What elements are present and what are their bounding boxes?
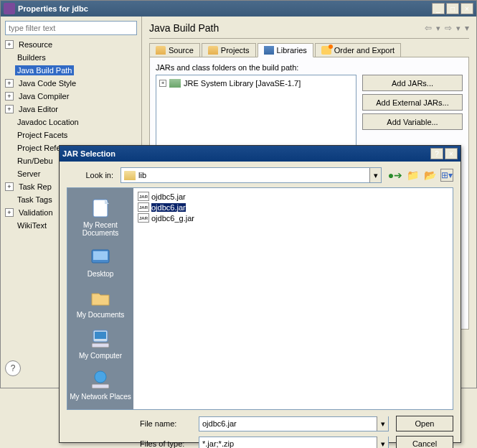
back-icon[interactable]: ●➔	[389, 169, 402, 182]
file-item[interactable]: JARojdbc6_g.jar	[136, 213, 450, 223]
tree-tasktags[interactable]: Task Tags	[15, 195, 55, 205]
filename-input[interactable]: ojdbc6.jar ▾	[199, 416, 389, 431]
order-icon	[321, 46, 331, 55]
menu-arrow-icon[interactable]: ▾	[465, 23, 469, 33]
jar-icon: JAR	[138, 202, 149, 212]
tab-order[interactable]: Order and Export	[315, 43, 401, 57]
tree-build-path[interactable]: Java Build Path	[15, 65, 74, 75]
minimize-button[interactable]: _	[432, 3, 445, 14]
svg-rect-2	[93, 251, 108, 260]
place-desktop[interactable]: Desktop	[67, 241, 133, 282]
filetype-label: Files of type:	[140, 439, 192, 448]
my-documents-icon	[89, 286, 112, 309]
forward-arrow-icon[interactable]: ⇨	[445, 23, 452, 33]
recent-documents-icon	[89, 197, 112, 220]
help-button[interactable]: ?	[5, 360, 21, 376]
tab-source[interactable]: Source	[149, 43, 200, 57]
view-menu-icon[interactable]: ⊞▾	[440, 169, 453, 182]
dialog-title: JAR Selection	[62, 149, 430, 158]
tree-javadoc[interactable]: Javadoc Location	[15, 117, 81, 127]
add-jars-button[interactable]: Add JARs...	[362, 75, 463, 91]
jar-icon: JAR	[138, 192, 149, 201]
tree-server[interactable]: Server	[15, 169, 42, 179]
jars-label: JARs and class folders on the build path…	[156, 63, 463, 72]
lookin-label: Look in:	[67, 171, 113, 179]
my-computer-icon	[89, 327, 112, 350]
svg-rect-5	[92, 343, 109, 347]
places-bar: My Recent Documents Desktop My Documents…	[67, 188, 133, 409]
window-title: Properties for jdbc	[18, 4, 432, 13]
filter-input[interactable]	[5, 21, 137, 35]
lookin-value: lib	[138, 171, 146, 179]
folder-icon	[156, 46, 166, 55]
desktop-icon	[89, 246, 112, 269]
tree-resource[interactable]: Resource	[16, 39, 55, 50]
file-item-selected[interactable]: JARojdbc6.jar	[136, 202, 450, 213]
network-places-icon	[89, 368, 112, 391]
file-item[interactable]: JARojdbc5.jar	[136, 191, 450, 202]
tree-builders[interactable]: Builders	[15, 52, 48, 62]
back-arrow-icon[interactable]: ⇦	[425, 23, 432, 33]
jre-label: JRE System Library [JavaSE-1.7]	[184, 79, 301, 88]
tree-rundebug[interactable]: Run/Debu	[15, 156, 55, 166]
tree-compiler[interactable]: Java Compiler	[16, 91, 71, 101]
main-titlebar[interactable]: Properties for jdbc _ □ ×	[1, 1, 476, 17]
library-row[interactable]: + JRE System Library [JavaSE-1.7]	[159, 78, 353, 88]
svg-rect-7	[92, 384, 109, 388]
place-network[interactable]: My Network Places	[67, 364, 133, 405]
expand-icon[interactable]: +	[5, 79, 14, 88]
dialog-titlebar[interactable]: JAR Selection ? ×	[60, 146, 461, 162]
up-folder-icon[interactable]: 📁	[406, 169, 419, 182]
tree-validation[interactable]: Validation	[16, 207, 55, 218]
help-button[interactable]: ?	[430, 148, 443, 159]
close-button[interactable]: ×	[445, 148, 458, 159]
tree-taskrepo[interactable]: Task Rep	[16, 182, 54, 192]
tabs: Source Projects Libraries Order and Expo…	[149, 43, 469, 57]
lookin-dropdown[interactable]: lib ▾	[121, 167, 382, 183]
chevron-down-icon[interactable]: ▾	[377, 437, 388, 448]
tree-wikitext[interactable]: WikiText	[15, 220, 49, 230]
close-button[interactable]: ×	[461, 3, 473, 14]
tree-code-style[interactable]: Java Code Style	[16, 78, 78, 88]
chevron-down-icon[interactable]: ▾	[369, 168, 381, 182]
expand-icon[interactable]: +	[5, 105, 14, 113]
place-mycomputer[interactable]: My Computer	[67, 323, 133, 364]
add-variable-button[interactable]: Add Variable...	[362, 113, 463, 130]
svg-point-6	[95, 371, 106, 383]
expand-icon[interactable]: +	[5, 92, 14, 101]
maximize-button[interactable]: □	[446, 3, 459, 14]
folder-icon	[124, 171, 136, 180]
jar-selection-dialog: JAR Selection ? × Look in: lib ▾ ●➔ 📁 📂 …	[59, 145, 461, 443]
new-folder-icon[interactable]: 📂	[423, 169, 436, 182]
place-mydocs[interactable]: My Documents	[67, 282, 133, 323]
tab-projects[interactable]: Projects	[202, 43, 256, 57]
expand-icon[interactable]: +	[5, 208, 14, 217]
expand-icon[interactable]: +	[159, 80, 166, 87]
expand-icon[interactable]: +	[5, 182, 14, 191]
chevron-down-icon[interactable]: ▾	[377, 416, 388, 431]
add-external-jars-button[interactable]: Add External JARs...	[362, 94, 463, 111]
tree-facets[interactable]: Project Facets	[15, 130, 70, 140]
file-list[interactable]: JARojdbc5.jar JARojdbc6.jar JARojdbc6_g.…	[133, 188, 453, 409]
cancel-button[interactable]: Cancel	[396, 436, 453, 448]
page-title: Java Build Path	[149, 22, 425, 34]
tree-editor[interactable]: Java Editor	[16, 104, 60, 114]
place-recent[interactable]: My Recent Documents	[67, 192, 133, 241]
filename-label: File name:	[140, 419, 192, 428]
filetype-dropdown[interactable]: *.jar;*.zip ▾	[199, 437, 389, 449]
svg-rect-4	[95, 332, 106, 339]
library-icon	[264, 46, 274, 55]
eclipse-icon	[4, 3, 15, 14]
jre-library-icon	[169, 79, 181, 88]
jar-icon: JAR	[138, 213, 149, 223]
tab-libraries[interactable]: Libraries	[258, 43, 313, 57]
expand-icon[interactable]: +	[5, 40, 14, 49]
folder-icon	[208, 46, 218, 55]
open-button[interactable]: Open	[396, 416, 453, 431]
